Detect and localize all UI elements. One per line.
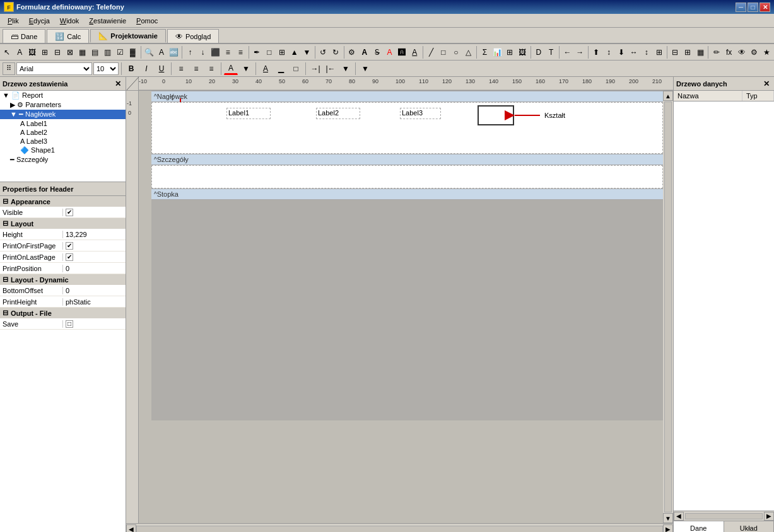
tab-projektowanie[interactable]: 📐 Projektowanie bbox=[90, 29, 166, 43]
tb-up[interactable]: ↑ bbox=[184, 45, 196, 59]
tree-item-shape1[interactable]: 🔷 Shape1 bbox=[0, 146, 126, 155]
border-bottom-button[interactable]: ▁ bbox=[274, 62, 288, 75]
tree-area[interactable]: ▼ 📄 Report ▶ ⚙ Parameters ▼ ━ Nagłówek A… bbox=[0, 91, 126, 182]
tree-item-label1[interactable]: A Label1 bbox=[0, 119, 126, 128]
save-checkbox[interactable]: □ bbox=[66, 320, 73, 328]
props-section-appearance[interactable]: ⊟ Appearance bbox=[0, 196, 126, 207]
tb-sw[interactable]: ↔ bbox=[628, 45, 640, 59]
design-label2[interactable]: Label2 bbox=[316, 108, 360, 119]
right-hscroll-right[interactable]: ▶ bbox=[764, 512, 774, 521]
tb-gear2[interactable]: ⚙ bbox=[748, 45, 760, 59]
tb-ab[interactable]: ⬇ bbox=[615, 45, 627, 59]
align-center-button[interactable]: ≡ bbox=[189, 62, 203, 75]
tb-down[interactable]: ↓ bbox=[197, 45, 209, 59]
tb-und[interactable]: A bbox=[409, 45, 421, 59]
tb-filter[interactable]: 🔍 bbox=[143, 45, 155, 59]
hscroll-left-button[interactable]: ◀ bbox=[126, 524, 136, 533]
tb2-handle[interactable]: ⠿ bbox=[3, 62, 15, 75]
tb-b5[interactable]: ▤ bbox=[89, 45, 101, 59]
tb-rg[interactable]: ⊞ bbox=[682, 45, 694, 59]
tb-sh[interactable]: ↕ bbox=[640, 45, 652, 59]
printonfirstpage-checkbox[interactable]: ✔ bbox=[66, 242, 73, 250]
menu-edycja[interactable]: Edycja bbox=[24, 16, 55, 26]
vscroll-up-button[interactable]: ▲ bbox=[663, 91, 673, 101]
tb-star[interactable]: ★ bbox=[761, 45, 773, 59]
tb-t2[interactable]: T bbox=[545, 45, 557, 59]
tb-sb[interactable]: ▼ bbox=[301, 45, 313, 59]
maximize-button[interactable]: □ bbox=[748, 3, 758, 12]
tb-ungrp[interactable]: ⊞ bbox=[276, 45, 288, 59]
tb-b3[interactable]: ⊠ bbox=[64, 45, 76, 59]
props-section-output[interactable]: ⊟ Output - File bbox=[0, 308, 126, 318]
more-button2[interactable]: ▼ bbox=[358, 62, 372, 75]
right-hscroll-left[interactable]: ◀ bbox=[674, 512, 684, 521]
tb-mr[interactable]: → bbox=[574, 45, 586, 59]
visible-checkbox[interactable]: ✔ bbox=[66, 209, 73, 216]
design-label3[interactable]: Label3 bbox=[400, 108, 441, 119]
tree-item-naglowek[interactable]: ▼ ━ Nagłówek bbox=[0, 110, 126, 119]
tree-close-button[interactable]: ✕ bbox=[113, 79, 123, 89]
tb-img2[interactable]: 🖼 bbox=[517, 45, 529, 59]
menu-pomoc[interactable]: Pomoc bbox=[131, 16, 163, 26]
tb-b2[interactable]: ⊟ bbox=[52, 45, 64, 59]
more-button1[interactable]: ▼ bbox=[339, 62, 353, 75]
tb-ct[interactable]: A bbox=[384, 45, 396, 59]
tb-al[interactable]: ⬛ bbox=[209, 45, 221, 59]
border-box-button[interactable]: □ bbox=[289, 62, 303, 75]
tab-dane[interactable]: 🗃 Dane bbox=[3, 29, 45, 43]
tab-calc[interactable]: 🔢 Calc bbox=[47, 29, 89, 43]
props-section-layout-dynamic[interactable]: ⊟ Layout - Dynamic bbox=[0, 274, 126, 285]
tb-ml[interactable]: ← bbox=[561, 45, 573, 59]
tree-item-label2[interactable]: A Label2 bbox=[0, 128, 126, 137]
tb-rr[interactable]: ↻ bbox=[330, 45, 342, 59]
tb-sum[interactable]: Σ bbox=[479, 45, 491, 59]
menu-zestawienie[interactable]: Zestawienie bbox=[84, 16, 131, 26]
tb-b8[interactable]: ▓ bbox=[127, 45, 139, 59]
tb-b9[interactable]: 🔤 bbox=[168, 45, 180, 59]
indent-button[interactable]: →| bbox=[308, 62, 322, 75]
font-size-selector[interactable]: 10 bbox=[93, 62, 119, 75]
bold-button[interactable]: B bbox=[124, 62, 138, 75]
tb-rl[interactable]: ↺ bbox=[317, 45, 329, 59]
close-button[interactable]: ✕ bbox=[759, 3, 770, 12]
design-viewport[interactable]: -1 0 ^ Nagłówek ↕ bbox=[126, 91, 663, 523]
rb-tab-uklad[interactable]: Układ bbox=[724, 521, 775, 532]
tb-eye[interactable]: 👁 bbox=[736, 45, 748, 59]
tb-cp[interactable]: ✒ bbox=[250, 45, 262, 59]
design-label1[interactable]: Label1 bbox=[226, 108, 271, 119]
minimize-button[interactable]: ─ bbox=[736, 3, 746, 12]
tab-podglad[interactable]: 👁 Podgląd bbox=[167, 29, 219, 43]
tb-chart[interactable]: 📊 bbox=[491, 45, 503, 59]
tb-bold-a[interactable]: A bbox=[358, 45, 370, 59]
menu-widok[interactable]: Widok bbox=[55, 16, 85, 26]
right-hscroll-track[interactable] bbox=[685, 513, 763, 519]
horizontal-scrollbar[interactable]: ◀ ▶ bbox=[126, 523, 673, 532]
tb-at[interactable]: ⬆ bbox=[590, 45, 602, 59]
align-right-button[interactable]: ≡ bbox=[204, 62, 218, 75]
tb-arrow[interactable]: ↖ bbox=[1, 45, 13, 59]
font-color-dropdown[interactable]: ▼ bbox=[239, 62, 253, 75]
tb-a1[interactable]: A bbox=[156, 45, 168, 59]
tree-item-parameters[interactable]: ▶ ⚙ Parameters bbox=[0, 100, 126, 110]
tb-set[interactable]: ⚙ bbox=[346, 45, 358, 59]
right-panel-close-button[interactable]: ✕ bbox=[761, 79, 771, 89]
font-color-button[interactable]: A bbox=[224, 62, 238, 75]
tb-b7[interactable]: ☑ bbox=[114, 45, 126, 59]
tb-cg[interactable]: ⊟ bbox=[669, 45, 681, 59]
tb-avc[interactable]: ↕ bbox=[603, 45, 615, 59]
tb-gr2[interactable]: ▦ bbox=[695, 45, 707, 59]
tb-ss[interactable]: ⊞ bbox=[653, 45, 665, 59]
outdent-button[interactable]: |← bbox=[324, 62, 337, 75]
tb-grp[interactable]: □ bbox=[263, 45, 275, 59]
hscroll-track[interactable] bbox=[136, 526, 663, 533]
tb-sub[interactable]: ⊞ bbox=[504, 45, 516, 59]
tb-circ[interactable]: ○ bbox=[450, 45, 462, 59]
tb-b4[interactable]: ▦ bbox=[76, 45, 88, 59]
vscroll-down-button[interactable]: ▼ bbox=[663, 513, 673, 523]
tree-item-label3[interactable]: A Label3 bbox=[0, 137, 126, 146]
underline-button[interactable]: U bbox=[155, 62, 168, 75]
props-section-layout[interactable]: ⊟ Layout bbox=[0, 218, 126, 229]
align-left-button[interactable]: ≡ bbox=[174, 62, 188, 75]
tb-bf[interactable]: ▲ bbox=[288, 45, 300, 59]
tb-tri[interactable]: △ bbox=[462, 45, 474, 59]
